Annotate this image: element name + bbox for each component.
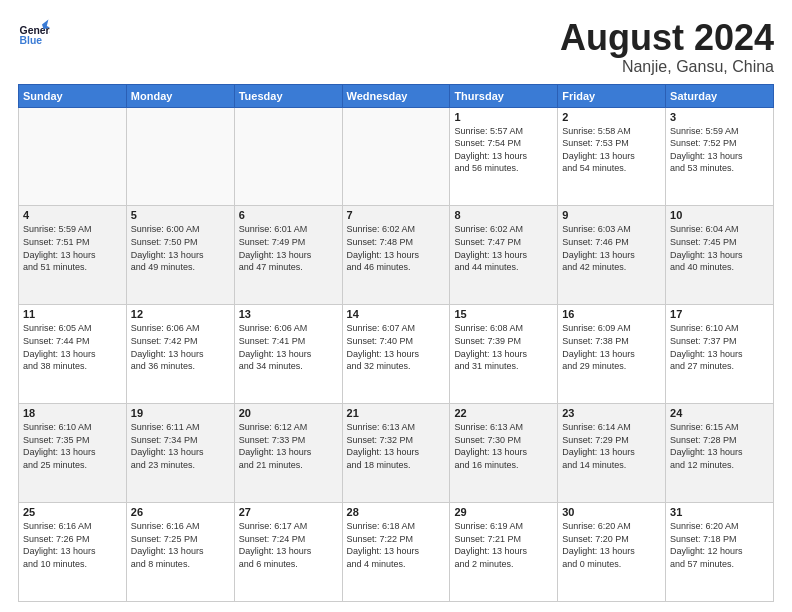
calendar-cell: 14Sunrise: 6:07 AM Sunset: 7:40 PM Dayli… xyxy=(342,305,450,404)
day-info: Sunrise: 6:08 AM Sunset: 7:39 PM Dayligh… xyxy=(454,322,553,372)
calendar-cell: 15Sunrise: 6:08 AM Sunset: 7:39 PM Dayli… xyxy=(450,305,558,404)
day-number: 19 xyxy=(131,407,230,419)
day-info: Sunrise: 6:06 AM Sunset: 7:42 PM Dayligh… xyxy=(131,322,230,372)
col-wednesday: Wednesday xyxy=(342,84,450,107)
calendar-cell: 23Sunrise: 6:14 AM Sunset: 7:29 PM Dayli… xyxy=(558,404,666,503)
day-info: Sunrise: 6:17 AM Sunset: 7:24 PM Dayligh… xyxy=(239,520,338,570)
calendar-cell: 24Sunrise: 6:15 AM Sunset: 7:28 PM Dayli… xyxy=(666,404,774,503)
calendar-cell xyxy=(19,107,127,206)
calendar-cell: 8Sunrise: 6:02 AM Sunset: 7:47 PM Daylig… xyxy=(450,206,558,305)
day-info: Sunrise: 6:01 AM Sunset: 7:49 PM Dayligh… xyxy=(239,223,338,273)
col-thursday: Thursday xyxy=(450,84,558,107)
header: General Blue August 2024 Nanjie, Gansu, … xyxy=(18,18,774,76)
title-block: August 2024 Nanjie, Gansu, China xyxy=(560,18,774,76)
calendar-cell: 12Sunrise: 6:06 AM Sunset: 7:42 PM Dayli… xyxy=(126,305,234,404)
day-number: 22 xyxy=(454,407,553,419)
day-info: Sunrise: 6:15 AM Sunset: 7:28 PM Dayligh… xyxy=(670,421,769,471)
calendar-cell: 10Sunrise: 6:04 AM Sunset: 7:45 PM Dayli… xyxy=(666,206,774,305)
col-tuesday: Tuesday xyxy=(234,84,342,107)
calendar-cell: 29Sunrise: 6:19 AM Sunset: 7:21 PM Dayli… xyxy=(450,503,558,602)
month-title: August 2024 xyxy=(560,18,774,58)
col-saturday: Saturday xyxy=(666,84,774,107)
calendar-cell: 11Sunrise: 6:05 AM Sunset: 7:44 PM Dayli… xyxy=(19,305,127,404)
calendar-cell: 22Sunrise: 6:13 AM Sunset: 7:30 PM Dayli… xyxy=(450,404,558,503)
logo: General Blue xyxy=(18,18,50,50)
day-info: Sunrise: 6:06 AM Sunset: 7:41 PM Dayligh… xyxy=(239,322,338,372)
day-info: Sunrise: 6:18 AM Sunset: 7:22 PM Dayligh… xyxy=(347,520,446,570)
calendar-cell: 17Sunrise: 6:10 AM Sunset: 7:37 PM Dayli… xyxy=(666,305,774,404)
day-number: 7 xyxy=(347,209,446,221)
day-info: Sunrise: 5:59 AM Sunset: 7:52 PM Dayligh… xyxy=(670,125,769,175)
day-number: 13 xyxy=(239,308,338,320)
day-info: Sunrise: 6:03 AM Sunset: 7:46 PM Dayligh… xyxy=(562,223,661,273)
day-number: 28 xyxy=(347,506,446,518)
day-info: Sunrise: 6:12 AM Sunset: 7:33 PM Dayligh… xyxy=(239,421,338,471)
calendar-cell: 2Sunrise: 5:58 AM Sunset: 7:53 PM Daylig… xyxy=(558,107,666,206)
day-info: Sunrise: 6:04 AM Sunset: 7:45 PM Dayligh… xyxy=(670,223,769,273)
calendar-cell: 5Sunrise: 6:00 AM Sunset: 7:50 PM Daylig… xyxy=(126,206,234,305)
day-number: 8 xyxy=(454,209,553,221)
calendar-cell: 13Sunrise: 6:06 AM Sunset: 7:41 PM Dayli… xyxy=(234,305,342,404)
calendar-cell: 9Sunrise: 6:03 AM Sunset: 7:46 PM Daylig… xyxy=(558,206,666,305)
calendar-cell: 30Sunrise: 6:20 AM Sunset: 7:20 PM Dayli… xyxy=(558,503,666,602)
col-sunday: Sunday xyxy=(19,84,127,107)
day-number: 26 xyxy=(131,506,230,518)
day-info: Sunrise: 6:02 AM Sunset: 7:47 PM Dayligh… xyxy=(454,223,553,273)
day-number: 30 xyxy=(562,506,661,518)
day-number: 24 xyxy=(670,407,769,419)
calendar-cell xyxy=(234,107,342,206)
calendar-cell: 7Sunrise: 6:02 AM Sunset: 7:48 PM Daylig… xyxy=(342,206,450,305)
day-number: 17 xyxy=(670,308,769,320)
day-number: 6 xyxy=(239,209,338,221)
day-number: 10 xyxy=(670,209,769,221)
day-number: 11 xyxy=(23,308,122,320)
day-info: Sunrise: 6:11 AM Sunset: 7:34 PM Dayligh… xyxy=(131,421,230,471)
day-info: Sunrise: 6:00 AM Sunset: 7:50 PM Dayligh… xyxy=(131,223,230,273)
calendar-cell: 20Sunrise: 6:12 AM Sunset: 7:33 PM Dayli… xyxy=(234,404,342,503)
calendar-week-4: 25Sunrise: 6:16 AM Sunset: 7:26 PM Dayli… xyxy=(19,503,774,602)
calendar-table: Sunday Monday Tuesday Wednesday Thursday… xyxy=(18,84,774,602)
day-number: 3 xyxy=(670,111,769,123)
calendar-cell: 16Sunrise: 6:09 AM Sunset: 7:38 PM Dayli… xyxy=(558,305,666,404)
calendar-week-3: 18Sunrise: 6:10 AM Sunset: 7:35 PM Dayli… xyxy=(19,404,774,503)
day-number: 2 xyxy=(562,111,661,123)
day-info: Sunrise: 5:59 AM Sunset: 7:51 PM Dayligh… xyxy=(23,223,122,273)
location: Nanjie, Gansu, China xyxy=(560,58,774,76)
day-info: Sunrise: 6:05 AM Sunset: 7:44 PM Dayligh… xyxy=(23,322,122,372)
calendar-header-row: Sunday Monday Tuesday Wednesday Thursday… xyxy=(19,84,774,107)
day-info: Sunrise: 6:07 AM Sunset: 7:40 PM Dayligh… xyxy=(347,322,446,372)
day-info: Sunrise: 6:13 AM Sunset: 7:30 PM Dayligh… xyxy=(454,421,553,471)
calendar-cell: 19Sunrise: 6:11 AM Sunset: 7:34 PM Dayli… xyxy=(126,404,234,503)
day-number: 16 xyxy=(562,308,661,320)
day-info: Sunrise: 6:13 AM Sunset: 7:32 PM Dayligh… xyxy=(347,421,446,471)
day-info: Sunrise: 6:19 AM Sunset: 7:21 PM Dayligh… xyxy=(454,520,553,570)
day-info: Sunrise: 5:58 AM Sunset: 7:53 PM Dayligh… xyxy=(562,125,661,175)
day-info: Sunrise: 5:57 AM Sunset: 7:54 PM Dayligh… xyxy=(454,125,553,175)
day-number: 31 xyxy=(670,506,769,518)
col-monday: Monday xyxy=(126,84,234,107)
calendar-cell: 4Sunrise: 5:59 AM Sunset: 7:51 PM Daylig… xyxy=(19,206,127,305)
calendar-cell: 28Sunrise: 6:18 AM Sunset: 7:22 PM Dayli… xyxy=(342,503,450,602)
calendar-cell: 1Sunrise: 5:57 AM Sunset: 7:54 PM Daylig… xyxy=(450,107,558,206)
col-friday: Friday xyxy=(558,84,666,107)
day-number: 4 xyxy=(23,209,122,221)
day-number: 5 xyxy=(131,209,230,221)
day-number: 27 xyxy=(239,506,338,518)
calendar-cell xyxy=(342,107,450,206)
calendar-cell: 31Sunrise: 6:20 AM Sunset: 7:18 PM Dayli… xyxy=(666,503,774,602)
calendar-cell: 26Sunrise: 6:16 AM Sunset: 7:25 PM Dayli… xyxy=(126,503,234,602)
calendar-cell xyxy=(126,107,234,206)
day-info: Sunrise: 6:20 AM Sunset: 7:18 PM Dayligh… xyxy=(670,520,769,570)
calendar-week-2: 11Sunrise: 6:05 AM Sunset: 7:44 PM Dayli… xyxy=(19,305,774,404)
calendar-cell: 18Sunrise: 6:10 AM Sunset: 7:35 PM Dayli… xyxy=(19,404,127,503)
logo-icon: General Blue xyxy=(18,18,50,50)
day-number: 1 xyxy=(454,111,553,123)
day-info: Sunrise: 6:09 AM Sunset: 7:38 PM Dayligh… xyxy=(562,322,661,372)
day-number: 29 xyxy=(454,506,553,518)
day-info: Sunrise: 6:02 AM Sunset: 7:48 PM Dayligh… xyxy=(347,223,446,273)
calendar-week-1: 4Sunrise: 5:59 AM Sunset: 7:51 PM Daylig… xyxy=(19,206,774,305)
day-number: 21 xyxy=(347,407,446,419)
calendar-week-0: 1Sunrise: 5:57 AM Sunset: 7:54 PM Daylig… xyxy=(19,107,774,206)
day-info: Sunrise: 6:16 AM Sunset: 7:25 PM Dayligh… xyxy=(131,520,230,570)
day-number: 14 xyxy=(347,308,446,320)
